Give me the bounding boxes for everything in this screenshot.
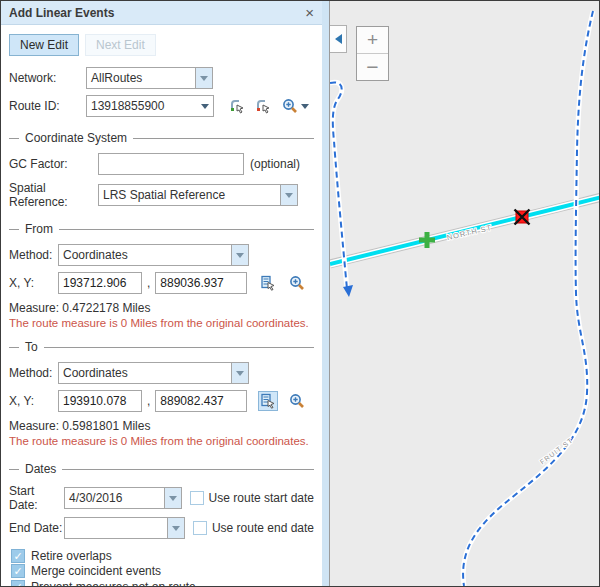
retire-overlaps-checkbox[interactable]: ✓ — [11, 549, 25, 563]
route-id-value: 13918855900 — [87, 96, 197, 116]
close-icon[interactable]: × — [305, 5, 314, 20]
network-label: Network: — [9, 71, 86, 85]
chevron-down-icon — [301, 104, 309, 109]
option-label: Prevent measures not on route — [31, 580, 196, 586]
gc-factor-input[interactable] — [98, 153, 244, 175]
to-marker-icon — [515, 210, 530, 225]
gc-factor-label: GC Factor: — [9, 157, 98, 171]
option-retire-overlaps: ✓ Retire overlaps — [9, 548, 314, 564]
from-x-input[interactable] — [58, 272, 142, 294]
use-route-end-date-label: Use route end date — [212, 521, 314, 535]
chevron-down-icon — [172, 526, 180, 531]
zoom-to-route-button[interactable] — [281, 96, 298, 116]
to-xy-row: X, Y: , — [9, 390, 314, 412]
gc-factor-row: GC Factor: (optional) — [9, 153, 314, 175]
from-method-select[interactable]: Coordinates — [58, 244, 249, 266]
start-date-value: 4/30/2016 — [65, 488, 164, 508]
network-select[interactable]: AllRoutes — [86, 67, 213, 89]
optional-hint: (optional) — [250, 157, 300, 171]
to-x-input[interactable] — [58, 390, 142, 412]
section-coordinate-system: Coordinate System — [9, 131, 314, 145]
magnifier-plus-icon — [289, 275, 305, 291]
from-method-value: Coordinates — [59, 245, 231, 265]
route-id-dropdown-button[interactable] — [197, 96, 213, 116]
end-date-label: End Date: — [9, 521, 64, 535]
route-id-label: Route ID: — [9, 99, 86, 113]
select-to-route-on-map-button[interactable] — [253, 96, 273, 116]
spatial-reference-dropdown-button[interactable] — [280, 185, 297, 205]
section-dates: Dates — [9, 462, 314, 476]
xy-separator: , — [147, 276, 150, 290]
collapse-panel-button[interactable] — [330, 25, 347, 53]
spatial-reference-row: Spatial Reference: LRS Spatial Reference — [9, 181, 314, 209]
network-value: AllRoutes — [87, 68, 195, 88]
to-y-input[interactable] — [155, 390, 247, 412]
to-pick-coordinates-button[interactable] — [258, 391, 278, 411]
to-zoom-button[interactable] — [288, 391, 305, 411]
from-y-input[interactable] — [155, 272, 247, 294]
use-route-end-date-checkbox[interactable] — [193, 521, 207, 535]
route-id-row: Route ID: 13918855900 — [9, 95, 314, 117]
panel-titlebar: Add Linear Events × — [1, 1, 322, 25]
start-date-label: Start Date: — [9, 484, 64, 512]
from-method-row: Method: Coordinates — [9, 244, 314, 266]
chevron-down-icon — [236, 253, 244, 258]
from-xy-row: X, Y: , — [9, 272, 314, 294]
coordinate-picker-icon — [260, 275, 276, 291]
option-merge-coincident: ✓ Merge coincident events — [9, 564, 314, 580]
from-measure-text: Measure: 0.4722178 Miles — [9, 301, 314, 315]
section-from: From — [9, 222, 314, 236]
zoom-in-button[interactable]: + — [357, 27, 388, 53]
select-from-route-on-map-button[interactable] — [227, 96, 247, 116]
route-cursor-green-icon — [229, 98, 245, 114]
option-prevent-measures: ✓ Prevent measures not on route — [9, 579, 314, 586]
zoom-out-button[interactable]: − — [357, 53, 388, 80]
next-edit-button: Next Edit — [85, 34, 156, 56]
route-cursor-red-icon — [255, 98, 271, 114]
network-dropdown-button[interactable] — [195, 68, 212, 88]
to-measure-text: Measure: 0.5981801 Miles — [9, 419, 314, 433]
merge-coincident-events-checkbox[interactable]: ✓ — [11, 564, 25, 578]
chevron-down-icon — [200, 76, 208, 81]
edit-buttons-row: New Edit Next Edit — [9, 34, 314, 56]
section-title: From — [25, 222, 53, 236]
to-method-dropdown-button[interactable] — [231, 363, 248, 383]
section-title: To — [25, 340, 38, 354]
end-date-value — [65, 518, 167, 538]
start-date-select[interactable]: 4/30/2016 — [64, 487, 182, 509]
magnifier-plus-icon — [282, 98, 298, 114]
route-id-combobox[interactable]: 13918855900 — [86, 95, 214, 117]
prevent-measures-checkbox[interactable]: ✓ — [11, 580, 25, 586]
from-method-dropdown-button[interactable] — [231, 245, 248, 265]
to-method-label: Method: — [9, 366, 58, 380]
from-warning-text: The route measure is 0 Miles from the or… — [9, 317, 314, 331]
stream-arrow-icon — [343, 285, 353, 297]
end-date-dropdown-button[interactable] — [167, 518, 184, 538]
section-title: Coordinate System — [25, 131, 127, 145]
spatial-reference-value: LRS Spatial Reference — [99, 185, 280, 205]
end-date-row: End Date: Use route end date — [9, 517, 314, 539]
chevron-down-icon — [236, 371, 244, 376]
option-label: Retire overlaps — [31, 549, 112, 563]
panel-body: New Edit Next Edit Network: AllRoutes Ro… — [1, 25, 322, 586]
to-warning-text: The route measure is 0 Miles from the or… — [9, 435, 314, 449]
stream-right — [463, 11, 593, 586]
to-method-select[interactable]: Coordinates — [58, 362, 249, 384]
from-xy-label: X, Y: — [9, 276, 58, 290]
new-edit-button[interactable]: New Edit — [9, 34, 79, 56]
to-method-row: Method: Coordinates — [9, 362, 314, 384]
app-window: Add Linear Events × New Edit Next Edit N… — [0, 0, 600, 587]
start-date-dropdown-button[interactable] — [164, 488, 181, 508]
chevron-down-icon — [201, 104, 209, 109]
to-xy-label: X, Y: — [9, 394, 58, 408]
use-route-start-date-checkbox[interactable] — [190, 491, 204, 505]
section-title: Dates — [25, 462, 56, 476]
end-date-select[interactable] — [64, 517, 185, 539]
from-pick-coordinates-button[interactable] — [258, 273, 278, 293]
map-view[interactable]: NORTH ST FRUIT ST + − — [329, 1, 600, 586]
zoom-options-dropdown[interactable] — [301, 104, 309, 109]
from-zoom-button[interactable] — [288, 273, 305, 293]
network-row: Network: AllRoutes — [9, 67, 314, 89]
add-linear-events-panel: Add Linear Events × New Edit Next Edit N… — [1, 1, 329, 586]
spatial-reference-select[interactable]: LRS Spatial Reference — [98, 184, 298, 206]
